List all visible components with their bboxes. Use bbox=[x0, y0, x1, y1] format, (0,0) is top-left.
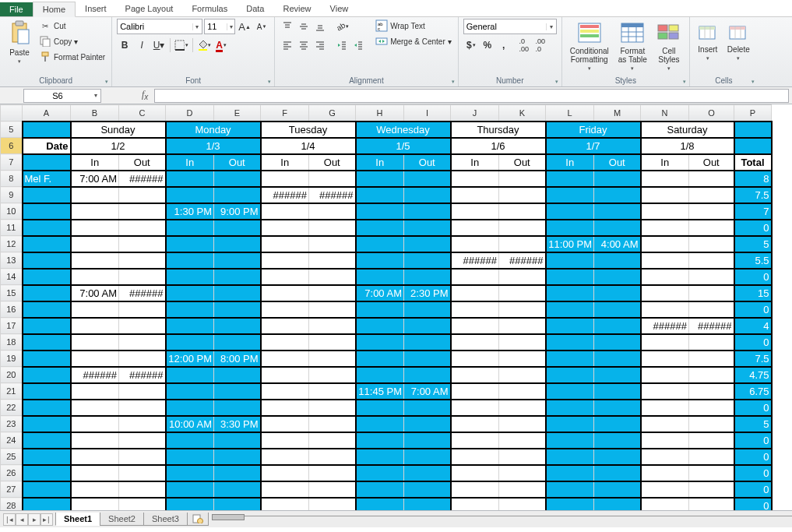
cell[interactable] bbox=[356, 416, 404, 432]
cell[interactable] bbox=[356, 252, 404, 269]
col-header-C[interactable]: C bbox=[119, 105, 166, 122]
col-header-F[interactable]: F bbox=[261, 105, 309, 122]
cell[interactable] bbox=[641, 252, 689, 269]
cell[interactable] bbox=[261, 432, 309, 449]
cell[interactable] bbox=[214, 400, 261, 416]
decrease-decimal-button[interactable]: .00.0 bbox=[533, 37, 548, 53]
cell[interactable] bbox=[546, 498, 594, 511]
row-header-19[interactable]: 19 bbox=[1, 351, 23, 367]
cell[interactable] bbox=[689, 220, 734, 236]
underline-button[interactable]: U▾ bbox=[151, 37, 167, 53]
cell[interactable] bbox=[641, 449, 689, 465]
cell[interactable] bbox=[404, 432, 451, 449]
cell[interactable] bbox=[451, 220, 499, 236]
cell[interactable] bbox=[166, 465, 214, 481]
cell[interactable] bbox=[23, 351, 71, 367]
cell[interactable]: 7:00 AM bbox=[356, 285, 404, 301]
cell[interactable] bbox=[261, 351, 309, 367]
cell[interactable] bbox=[404, 498, 451, 511]
cell[interactable] bbox=[261, 481, 309, 498]
cell[interactable]: Wednesday bbox=[356, 122, 451, 138]
cell[interactable] bbox=[689, 171, 734, 187]
cell[interactable]: 15 bbox=[734, 285, 772, 301]
cell[interactable] bbox=[734, 122, 772, 138]
cell[interactable] bbox=[71, 236, 119, 252]
cell[interactable] bbox=[23, 416, 71, 432]
cell[interactable] bbox=[641, 383, 689, 400]
cell[interactable] bbox=[261, 400, 309, 416]
cell[interactable] bbox=[499, 498, 546, 511]
cell[interactable] bbox=[119, 236, 166, 252]
cell[interactable] bbox=[23, 220, 71, 236]
cell[interactable] bbox=[214, 498, 261, 511]
cell[interactable] bbox=[214, 481, 261, 498]
cell[interactable] bbox=[261, 449, 309, 465]
cell[interactable] bbox=[641, 481, 689, 498]
cell[interactable] bbox=[451, 367, 499, 383]
cell[interactable] bbox=[404, 269, 451, 285]
cell[interactable] bbox=[309, 301, 356, 318]
cell[interactable] bbox=[641, 498, 689, 511]
increase-decimal-button[interactable]: .0.00 bbox=[516, 37, 532, 53]
paste-button[interactable]: Paste ▾ bbox=[5, 19, 34, 66]
col-header-G[interactable]: G bbox=[309, 105, 356, 122]
tab-formulas[interactable]: Formulas bbox=[182, 2, 237, 16]
cell[interactable] bbox=[689, 383, 734, 400]
cell[interactable] bbox=[594, 351, 641, 367]
cell[interactable] bbox=[594, 481, 641, 498]
row-header-20[interactable]: 20 bbox=[1, 367, 23, 383]
cell[interactable]: 7:00 AM bbox=[404, 383, 451, 400]
cell[interactable] bbox=[451, 187, 499, 203]
cell[interactable] bbox=[166, 367, 214, 383]
cell[interactable]: ###### bbox=[641, 318, 689, 334]
cell[interactable] bbox=[309, 416, 356, 432]
cell[interactable]: ###### bbox=[499, 252, 546, 269]
cell[interactable] bbox=[309, 334, 356, 351]
cell[interactable] bbox=[404, 171, 451, 187]
cell[interactable] bbox=[689, 400, 734, 416]
cell[interactable] bbox=[594, 498, 641, 511]
cell[interactable]: 4.75 bbox=[734, 367, 772, 383]
cell[interactable] bbox=[309, 432, 356, 449]
cell[interactable] bbox=[309, 318, 356, 334]
cell[interactable] bbox=[689, 465, 734, 481]
cell[interactable] bbox=[356, 465, 404, 481]
cell[interactable] bbox=[309, 203, 356, 220]
row-header-13[interactable]: 13 bbox=[1, 252, 23, 269]
cell[interactable]: ###### bbox=[309, 187, 356, 203]
cell[interactable] bbox=[594, 449, 641, 465]
cell[interactable]: ###### bbox=[689, 318, 734, 334]
delete-cells-button[interactable]: Delete▾ bbox=[724, 19, 753, 63]
cell[interactable]: Mel F. bbox=[23, 171, 71, 187]
cell[interactable] bbox=[499, 236, 546, 252]
col-header-E[interactable]: E bbox=[214, 105, 261, 122]
cell[interactable] bbox=[356, 449, 404, 465]
cell[interactable] bbox=[451, 432, 499, 449]
tab-insert[interactable]: Insert bbox=[76, 2, 116, 16]
cell[interactable] bbox=[356, 220, 404, 236]
cell[interactable] bbox=[71, 203, 119, 220]
cell[interactable] bbox=[166, 252, 214, 269]
cell[interactable] bbox=[214, 318, 261, 334]
cell[interactable]: 4 bbox=[734, 318, 772, 334]
cell[interactable] bbox=[309, 481, 356, 498]
cell[interactable]: 1/8 bbox=[641, 138, 734, 154]
cell[interactable] bbox=[119, 432, 166, 449]
cell[interactable] bbox=[451, 236, 499, 252]
cell[interactable] bbox=[356, 351, 404, 367]
cell[interactable]: 0 bbox=[734, 498, 772, 511]
cell[interactable] bbox=[119, 416, 166, 432]
cell[interactable] bbox=[356, 171, 404, 187]
col-header-J[interactable]: J bbox=[451, 105, 499, 122]
cell[interactable]: Out bbox=[214, 154, 261, 171]
cell[interactable] bbox=[309, 400, 356, 416]
border-button[interactable]: ▾ bbox=[174, 37, 189, 53]
cell[interactable] bbox=[119, 400, 166, 416]
row-header-12[interactable]: 12 bbox=[1, 236, 23, 252]
cell[interactable] bbox=[214, 449, 261, 465]
row-header-8[interactable]: 8 bbox=[1, 171, 23, 187]
cell[interactable] bbox=[546, 220, 594, 236]
cell[interactable]: 1/3 bbox=[166, 138, 261, 154]
cell[interactable] bbox=[309, 285, 356, 301]
cell[interactable]: 12:00 PM bbox=[166, 351, 214, 367]
